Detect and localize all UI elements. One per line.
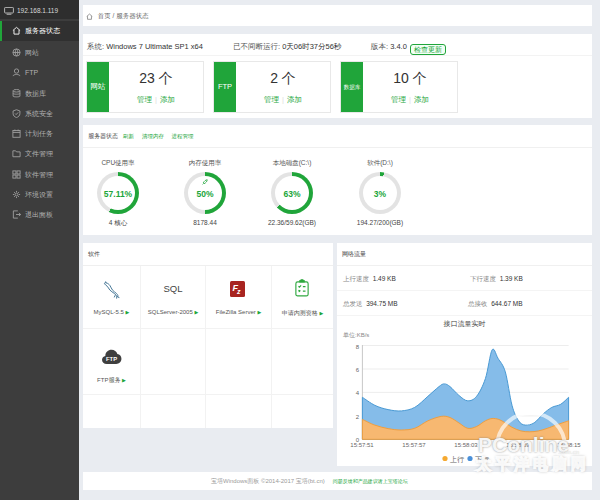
svg-text:6: 6	[356, 367, 360, 373]
svg-text:15:58:03: 15:58:03	[454, 442, 478, 448]
svg-text:4: 4	[356, 390, 360, 396]
svg-text:z: z	[236, 288, 241, 295]
svg-text:2: 2	[356, 414, 360, 420]
svg-text:FTP: FTP	[106, 356, 117, 362]
svg-text:上行: 上行	[450, 456, 464, 464]
svg-text:15:57:51: 15:57:51	[350, 442, 374, 448]
svg-text:15:58:09: 15:58:09	[506, 442, 530, 448]
svg-text:8: 8	[356, 344, 360, 350]
svg-text:下行: 下行	[475, 456, 489, 464]
svg-text:15:57:57: 15:57:57	[402, 442, 426, 448]
svg-text:15:58:15: 15:58:15	[557, 442, 581, 448]
